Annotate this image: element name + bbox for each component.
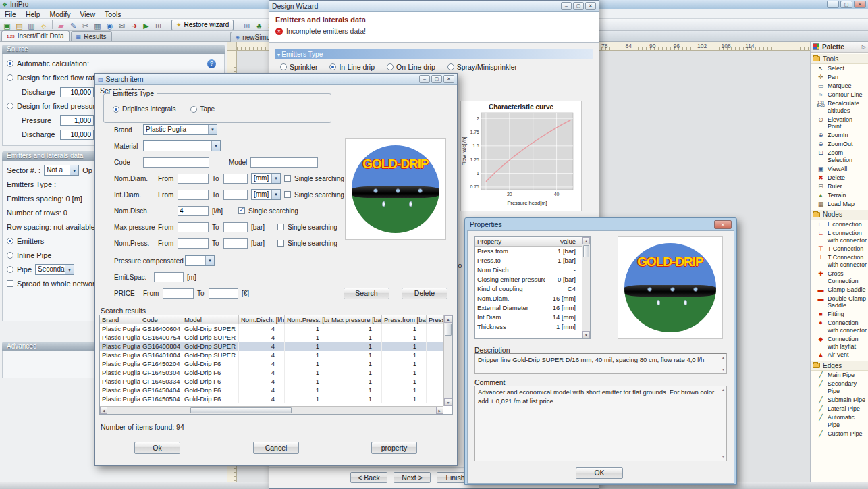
palette-group-tools[interactable]: Tools <box>811 54 868 64</box>
palette-item-cross-connection[interactable]: ✚Cross Connection <box>811 269 868 286</box>
radio-icon[interactable] <box>447 63 454 70</box>
wizard-radio-sprinkler[interactable]: Sprinkler <box>280 63 317 71</box>
minimize-button[interactable]: – <box>561 2 572 10</box>
property-button[interactable]: property <box>371 442 417 454</box>
column-header[interactable]: Max pressure [bar] <box>329 315 382 324</box>
source-section-header[interactable]: Source <box>2 45 225 54</box>
radio-icon[interactable] <box>280 63 287 70</box>
table-row[interactable]: Plastic PugliaGF16450404Gold-Drip F64111 <box>100 386 452 394</box>
vertical-scrollbar[interactable] <box>443 315 452 406</box>
scroll-up-icon[interactable] <box>722 388 725 392</box>
palette-group-nodes[interactable]: Nodes <box>811 210 868 220</box>
palette-item-zoomout[interactable]: ⊖ZoomOut <box>811 140 868 149</box>
table-row[interactable]: Kind of couplingC4 <box>475 284 590 294</box>
palette-item-zoom-selection[interactable]: ⊡Zoom Selection <box>811 149 868 165</box>
tab-insert-edit-data[interactable]: 1.23Insert/Edit Data <box>1 30 70 41</box>
cut-icon[interactable]: ✂ <box>80 20 91 30</box>
palette-item-connection-with-layflat[interactable]: ◆Connection with layflat <box>811 335 868 351</box>
scroll-down-icon[interactable] <box>444 398 452 406</box>
scrollbar-thumb[interactable] <box>445 324 452 336</box>
palette-item-fitting[interactable]: ■Fitting <box>811 310 868 319</box>
maximize-button[interactable]: ▢ <box>431 75 442 83</box>
scroll-up-icon[interactable] <box>582 237 590 244</box>
scrollbar-thumb[interactable] <box>583 245 589 257</box>
close-icon[interactable] <box>714 220 732 229</box>
price-to-input[interactable] <box>209 288 238 299</box>
palette-item-double-clamp-saddle[interactable]: ▬Double Clamp Saddle <box>811 294 868 311</box>
to-input[interactable] <box>223 190 248 200</box>
wizard-titlebar[interactable]: Design Wizard – ▢ ✕ <box>269 1 599 12</box>
maximize-button[interactable]: ▢ <box>573 2 584 10</box>
radio-icon[interactable] <box>387 63 394 70</box>
from-input[interactable] <box>178 190 209 200</box>
wizard-radio-spray-minisprinkler[interactable]: Spray/Minisprinkler <box>447 63 517 71</box>
single-searching-checkbox[interactable] <box>277 224 284 230</box>
unit-select[interactable]: [mm] <box>251 189 281 200</box>
scrollbar-thumb[interactable] <box>190 407 292 413</box>
from-input[interactable] <box>178 222 209 232</box>
globe-icon[interactable]: ◉ <box>104 20 115 30</box>
palette-item-ruler[interactable]: ⊟Ruler <box>811 182 868 191</box>
description-field[interactable]: Dripper line Gold-Drip SUPER D/16 mm, 40… <box>474 353 727 374</box>
properties-titlebar[interactable]: Properties <box>467 218 734 230</box>
column-header[interactable]: Nom.Press. [bar] <box>285 315 329 324</box>
table-row[interactable]: Plastic PugliaGF16450204Gold-Drip F64111 <box>100 359 452 368</box>
column-header[interactable]: Brand <box>100 315 140 324</box>
scroll-down-icon[interactable] <box>722 455 725 459</box>
column-header[interactable]: Property <box>475 237 545 246</box>
from-input[interactable] <box>178 174 209 184</box>
menu-modify[interactable]: Modify <box>45 10 76 18</box>
palette-item-zoomin[interactable]: ⊕ZoomIn <box>811 131 868 140</box>
mail-icon[interactable]: ✉ <box>116 20 128 30</box>
table-row[interactable]: Plastic PugliaGF16450334Gold-Drip F64111 <box>100 377 452 386</box>
search-dialog-titlebar[interactable]: ▤ Search item – ▢ ✕ <box>95 74 457 85</box>
palette-item-l-connection[interactable]: ∟L connection <box>811 220 868 229</box>
cancel-button[interactable]: Cancel <box>253 442 299 454</box>
discharge2-input[interactable] <box>60 130 94 140</box>
close-button[interactable] <box>854 1 866 8</box>
single-searching-checkbox[interactable] <box>284 175 291 182</box>
table-row[interactable]: Int.Diam.14 [mm] <box>475 313 590 322</box>
palette-group-edges[interactable]: Edges <box>811 361 868 371</box>
search-button[interactable]: Search <box>344 288 389 299</box>
emitters-type-section-bar[interactable]: Emitters Type <box>275 49 593 59</box>
palette-item-custom-pipe[interactable]: ╱Custom Pipe <box>811 430 868 438</box>
menu-tools[interactable]: Tools <box>100 10 126 18</box>
table-row[interactable]: Closing emitter pressure0 [bar] <box>475 275 590 284</box>
delete-button[interactable]: Delete <box>402 288 447 299</box>
fixed-pressure-radio[interactable] <box>7 103 13 109</box>
column-header[interactable]: Nom.Disch. [l/h] <box>239 315 285 324</box>
to-input[interactable] <box>223 238 248 249</box>
table-row[interactable]: Press.to1 [bar] <box>475 256 590 265</box>
emit-spac-input[interactable] <box>154 272 184 282</box>
emitters-radio[interactable] <box>7 238 13 244</box>
column-header[interactable]: Press.to [ba <box>427 315 445 324</box>
table-row[interactable]: Plastic PugliaGS16400604Gold-Drip SUPER4… <box>100 324 452 333</box>
properties-table-header[interactable]: PropertyValue <box>475 237 590 247</box>
horizontal-scrollbar[interactable] <box>100 406 443 414</box>
palette-item-lateral-pipe[interactable]: ╱Lateral Pipe <box>811 405 868 413</box>
menu-view[interactable]: View <box>75 10 100 18</box>
table-row[interactable]: Plastic PugliaGF16450504Gold-Drip F64111 <box>100 394 452 403</box>
palette-item-terrain[interactable]: ▲Terrain <box>811 191 868 200</box>
table-row[interactable]: Plastic PugliaGS16401004Gold-Drip SUPER4… <box>100 351 452 359</box>
menu-file[interactable]: File <box>0 10 21 18</box>
scroll-up-icon[interactable] <box>722 355 725 359</box>
single-searching-checkbox[interactable] <box>284 191 291 198</box>
scroll-right-icon[interactable] <box>436 407 443 414</box>
palette-header[interactable]: Palette <box>811 41 868 53</box>
column-header[interactable]: Press.from [bar] <box>382 315 427 324</box>
palette-item-marquee[interactable]: ▭Marquee <box>811 82 868 91</box>
value-input[interactable] <box>178 206 209 216</box>
driplines-integrals-radio[interactable] <box>113 106 119 113</box>
palette-item-l-connection-with-connector[interactable]: ∟L connection with connector <box>811 229 868 245</box>
radio-icon[interactable] <box>329 63 336 70</box>
ok-button[interactable]: Ok <box>134 442 180 454</box>
tape-radio[interactable] <box>190 106 197 113</box>
automatic-calculation-radio[interactable] <box>7 60 13 67</box>
close-icon[interactable]: ✕ <box>443 75 454 83</box>
fixed-flow-radio[interactable] <box>7 74 13 81</box>
model-input[interactable] <box>250 157 318 168</box>
pipe-type-select[interactable]: Secondary <box>35 264 74 275</box>
table-row[interactable]: Plastic PugliaGS16400754Gold-Drip SUPER4… <box>100 333 452 342</box>
